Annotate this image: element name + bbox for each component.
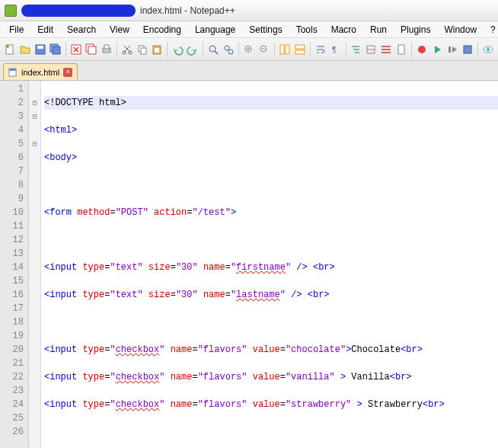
title-text: index.html - Notepad++ (140, 5, 235, 16)
indent-guide-icon[interactable] (350, 42, 363, 57)
svg-rect-16 (155, 48, 159, 53)
svg-point-18 (225, 46, 229, 50)
svg-rect-10 (104, 45, 109, 49)
titlebar: index.html - Notepad++ (0, 0, 498, 21)
menu-plugins[interactable]: Plugins (394, 23, 436, 37)
toolbar-separator (310, 42, 311, 57)
folder-margin-icon[interactable] (364, 42, 378, 57)
play-macro-icon[interactable] (430, 42, 444, 57)
menu-window[interactable]: Window (438, 23, 483, 37)
menu-encoding[interactable]: Encoding (137, 23, 187, 37)
print-icon[interactable] (100, 42, 113, 57)
menu-tools[interactable]: Tools (290, 23, 324, 37)
tab-index-html[interactable]: index.html × (3, 63, 78, 80)
svg-rect-38 (9, 69, 16, 71)
tab-label: index.html (21, 68, 59, 77)
toolbar-separator (117, 42, 117, 57)
svg-rect-23 (286, 45, 289, 54)
menu-run[interactable]: Run (364, 23, 393, 37)
toolbar-separator (65, 42, 66, 57)
svg-rect-14 (141, 48, 146, 54)
save-all-icon[interactable] (49, 42, 62, 57)
editor: 1234567891011121314151617181920212223242… (0, 81, 498, 448)
svg-text:¶: ¶ (332, 46, 336, 54)
tab-close-icon[interactable]: × (63, 68, 72, 77)
playback-icon[interactable] (445, 42, 459, 57)
menu-file[interactable]: File (3, 23, 30, 37)
monitor-icon[interactable] (481, 42, 495, 57)
svg-point-19 (228, 50, 233, 54)
menu-macro[interactable]: Macro (325, 23, 362, 37)
function-list-icon[interactable] (379, 42, 393, 57)
doc-map-icon[interactable] (394, 42, 408, 57)
cut-icon[interactable] (120, 42, 134, 57)
menu-language[interactable]: Language (189, 23, 241, 37)
line-number-gutter: 1234567891011121314151617181920212223242… (0, 81, 29, 448)
record-macro-icon[interactable] (415, 42, 429, 57)
toolbar-separator (477, 42, 478, 57)
app-icon (5, 5, 17, 17)
svg-rect-28 (381, 46, 391, 47)
replace-icon[interactable] (222, 42, 235, 57)
toolbar-separator (346, 42, 346, 57)
save-icon[interactable] (34, 42, 47, 57)
svg-point-32 (418, 46, 426, 53)
toolbar: ¶ (0, 38, 498, 61)
svg-rect-30 (381, 52, 391, 53)
new-file-icon[interactable] (3, 42, 17, 57)
menubar: File Edit Search View Encoding Language … (0, 21, 498, 38)
fold-gutter: ⊟⊟⊟ (29, 81, 41, 448)
copy-icon[interactable] (136, 42, 149, 57)
menu-settings[interactable]: Settings (243, 23, 288, 37)
svg-rect-34 (464, 46, 471, 53)
toolbar-separator (411, 42, 412, 57)
svg-rect-22 (280, 45, 284, 54)
open-file-icon[interactable] (18, 42, 32, 57)
svg-rect-25 (295, 50, 305, 54)
undo-icon[interactable] (171, 42, 184, 57)
svg-rect-3 (37, 46, 43, 49)
toolbar-separator (203, 42, 203, 57)
sync-v-icon[interactable] (278, 42, 292, 57)
file-icon (8, 68, 18, 77)
close-all-icon[interactable] (85, 42, 98, 57)
sync-h-icon[interactable] (293, 42, 307, 57)
save-macro-icon[interactable] (461, 42, 474, 57)
menu-edit[interactable]: Edit (31, 23, 59, 37)
svg-rect-29 (381, 49, 391, 50)
tabbar: index.html × (0, 61, 498, 81)
svg-rect-24 (295, 45, 305, 49)
menu-help[interactable]: ? (484, 23, 498, 37)
redacted-path (21, 5, 136, 17)
svg-rect-31 (398, 45, 404, 54)
svg-rect-33 (449, 46, 451, 53)
menu-view[interactable]: View (104, 23, 136, 37)
showall-icon[interactable]: ¶ (329, 42, 343, 57)
svg-rect-5 (53, 46, 60, 54)
zoom-out-icon[interactable] (257, 42, 271, 57)
toolbar-separator (238, 42, 239, 57)
paste-icon[interactable] (151, 42, 164, 57)
toolbar-separator (274, 42, 275, 57)
find-icon[interactable] (206, 42, 220, 57)
redo-icon[interactable] (186, 42, 200, 57)
svg-rect-8 (88, 46, 96, 54)
zoom-in-icon[interactable] (242, 42, 256, 57)
close-icon[interactable] (69, 42, 83, 57)
menu-search[interactable]: Search (61, 23, 102, 37)
toolbar-separator (167, 42, 168, 57)
svg-point-1 (6, 45, 9, 48)
code-area[interactable]: <!DOCTYPE html> <html> <body> <form meth… (41, 81, 498, 448)
svg-point-36 (487, 48, 490, 51)
svg-point-17 (209, 46, 215, 52)
wordwrap-icon[interactable] (314, 42, 327, 57)
